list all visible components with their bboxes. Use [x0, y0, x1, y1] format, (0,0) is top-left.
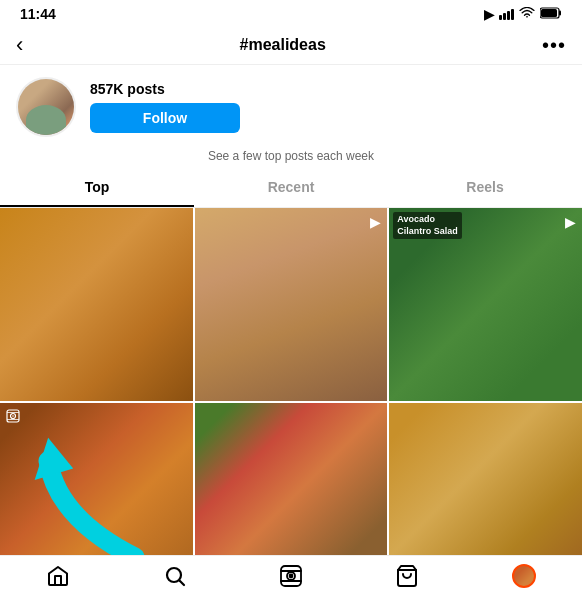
text-overlay: AvocadoCilantro Salad [393, 212, 462, 239]
page-title: #mealideas [23, 36, 542, 54]
avatar-image [18, 79, 74, 135]
signal-icon [499, 9, 514, 20]
tab-top[interactable]: Top [0, 169, 194, 207]
nav-reels[interactable] [279, 564, 303, 588]
svg-marker-7 [35, 437, 74, 479]
video-icon: ▶ [370, 214, 381, 230]
post-count-label: posts [123, 81, 164, 97]
grid-cell-1[interactable] [0, 208, 193, 401]
nav-shop[interactable] [395, 564, 419, 588]
tab-recent[interactable]: Recent [194, 169, 388, 207]
reel-icon [6, 409, 20, 426]
nav-profile[interactable] [512, 564, 536, 588]
profile-info: 857K posts Follow [90, 81, 566, 133]
video-icon: ▶ [565, 214, 576, 230]
profile-avatar [512, 564, 536, 588]
more-button[interactable]: ••• [542, 34, 566, 57]
post-count: 857K posts [90, 81, 566, 97]
svg-point-4 [12, 415, 14, 417]
follow-button[interactable]: Follow [90, 103, 240, 133]
tabs-bar: Top Recent Reels [0, 169, 582, 208]
location-icon: ▶ [484, 7, 494, 22]
nav-search[interactable] [163, 564, 187, 588]
profile-section: 857K posts Follow [0, 65, 582, 145]
svg-rect-1 [541, 9, 557, 17]
header: ‹ #mealideas ••• [0, 26, 582, 65]
svg-point-12 [289, 575, 292, 578]
svg-line-9 [179, 581, 184, 586]
bottom-nav [0, 555, 582, 600]
tab-reels[interactable]: Reels [388, 169, 582, 207]
photo-grid: ▶ AvocadoCilantro Salad ▶ ▶ [0, 208, 582, 600]
avatar [16, 77, 76, 137]
status-icons: ▶ [484, 7, 562, 22]
nav-home[interactable] [46, 564, 70, 588]
grid-cell-3[interactable]: AvocadoCilantro Salad ▶ [389, 208, 582, 401]
status-time: 11:44 [20, 6, 56, 22]
grid-cell-2[interactable]: ▶ [195, 208, 388, 401]
battery-icon [540, 7, 562, 22]
back-button[interactable]: ‹ [16, 32, 23, 58]
wifi-icon [519, 7, 535, 22]
post-count-number: 857K [90, 81, 123, 97]
status-bar: 11:44 ▶ [0, 0, 582, 26]
top-posts-text: See a few top posts each week [0, 145, 582, 169]
